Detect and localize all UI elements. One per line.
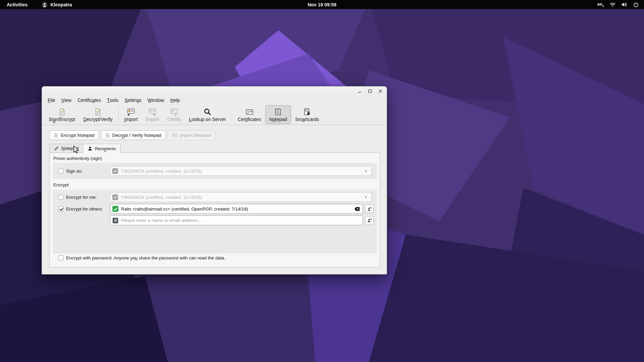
sign-encrypt-icon	[58, 107, 66, 116]
minimize-button[interactable]	[357, 89, 362, 94]
menu-settings[interactable]: S̲ettings	[121, 97, 145, 104]
import-icon	[126, 107, 135, 116]
sign-panel: Sign as: TWOJNICK (certified, created: 1…	[53, 163, 377, 179]
button-label: Encrypt Notepad	[61, 133, 95, 138]
sign-as-value: TWOJNICK (certified, created: 11/19/23)	[121, 169, 362, 174]
clock[interactable]: Nov 19 09:59	[308, 2, 336, 7]
recipient-value: Ralts <ralts@airmail.cc> (certified, Ope…	[121, 206, 352, 212]
menu-help[interactable]: H̲elp	[167, 97, 183, 104]
toolbar-label: I̲mport	[124, 117, 138, 122]
encrypt-for-me-label: Encrypt for me:	[66, 195, 97, 200]
toolbar-label: Certify	[167, 117, 181, 122]
toolbar-decrypt-verify[interactable]: D̲ecrypt/Verify	[79, 105, 116, 124]
decrypt-verify-notepad-button[interactable]: Decry̲pt / Verify Notepad	[101, 130, 166, 140]
certificate-check-icon-disabled	[112, 194, 118, 200]
menu-file[interactable]: F̲ile	[45, 97, 58, 104]
recipient-valid-icon	[112, 206, 118, 212]
volume-icon	[621, 2, 628, 7]
maximize-button[interactable]	[368, 89, 372, 94]
toolbar-label: No̲tepad	[269, 117, 287, 122]
notepad-tabs: N̲otepad Recip̲ients	[49, 144, 121, 153]
app-menu-label: Kleopatra	[50, 2, 72, 7]
chevron-down-icon: ▼	[364, 169, 368, 173]
notepad-actions: Encrypt Notepad Decry̲pt / Verify Notepa…	[49, 130, 215, 140]
encrypt-for-me-row: Encrypt for me: TWOJNICK (certified, cre…	[53, 190, 377, 204]
toolbar-label: L̲ookup on Server	[189, 117, 226, 122]
activities-button[interactable]: Activities	[5, 2, 30, 7]
menu-certificates[interactable]: Certifica̲tes	[74, 97, 104, 104]
encrypt-section-title: Encrypt	[53, 182, 69, 187]
certify-icon	[170, 107, 178, 116]
encrypt-with-password-label: Encrypt with password. Anyone you̲ share…	[66, 255, 225, 260]
wifi-icon	[610, 2, 615, 7]
add-person-icon	[367, 218, 372, 223]
app-menu[interactable]: Kleopatra	[40, 2, 74, 8]
tab-recipients[interactable]: Recip̲ients	[83, 144, 121, 153]
sign-as-combobox: TWOJNICK (certified, created: 11/19/23) …	[110, 166, 371, 176]
toolbar-certify: Certify	[163, 105, 185, 124]
toolbar-notepad[interactable]: No̲tepad	[265, 105, 291, 124]
system-status-area[interactable]: en1	[597, 0, 644, 9]
sign-as-checkbox[interactable]	[58, 169, 63, 174]
toolbar-label: Export	[146, 117, 159, 122]
toolbar-separator	[118, 107, 119, 122]
button-label: I̲mport Notepad	[180, 133, 211, 138]
encrypt-for-others-checkbox[interactable]	[58, 206, 63, 212]
sign-section-title: Prove authenticity (sign)	[53, 156, 102, 161]
tab-label: Recip̲ients	[95, 146, 116, 151]
encrypt-with-password-checkbox[interactable]	[58, 255, 63, 260]
new-recipient-input[interactable]	[121, 218, 360, 223]
export-icon	[148, 107, 157, 116]
select-certificate-button[interactable]	[365, 204, 374, 213]
clear-text-icon[interactable]	[354, 207, 360, 211]
encrypt-panel: Encrypt for me: TWOJNICK (certified, cre…	[53, 190, 377, 253]
recipient-entry[interactable]: Ralts <ralts@airmail.cc> (certified, Ope…	[110, 204, 363, 214]
main-toolbar: Sig̲n/Encrypt D̲ecrypt/Verify I̲mport Ex…	[42, 105, 387, 125]
document-icon	[105, 133, 110, 138]
close-button[interactable]	[378, 89, 383, 94]
sign-as-label: Sign as:	[66, 169, 83, 174]
smartcards-icon	[303, 107, 311, 116]
select-certificate-button[interactable]	[365, 216, 374, 225]
pencil-icon	[54, 146, 59, 151]
decrypt-verify-icon	[94, 107, 102, 116]
person-icon	[88, 146, 93, 151]
toolbar-label: Sig̲n/Encrypt	[49, 117, 75, 122]
menu-view[interactable]: V̲iew	[58, 97, 74, 104]
recipients-page: Prove authenticity (sign) Sign as: TWOJN…	[49, 153, 380, 267]
top-bar: Activities Kleopatra Nov 19 09:59 en1	[0, 0, 644, 9]
encrypt-for-others-label: Encrypt for others:	[66, 206, 103, 212]
toolbar-label: Cert̲ificates	[238, 117, 261, 122]
encrypt-for-me-combobox: TWOJNICK (certified, created: 11/19/23) …	[110, 192, 371, 202]
toolbar-lookup-on-server[interactable]: L̲ookup on Server	[185, 105, 230, 124]
certificate-check-icon-disabled	[112, 168, 118, 174]
encrypt-notepad-button[interactable]: Encrypt Notepad	[49, 130, 99, 140]
toolbar-certificates[interactable]: Cert̲ificates	[234, 105, 265, 124]
menu-tools[interactable]: T̲ools	[104, 97, 121, 104]
toolbar-smartcards[interactable]: Sma̲rtcards	[291, 105, 323, 124]
toolbar-label: D̲ecrypt/Verify	[83, 117, 112, 122]
menu-window[interactable]: W̲indow	[145, 97, 167, 104]
keyboard-layout-indicator: en1	[597, 2, 604, 8]
new-recipient-row	[53, 216, 377, 225]
kleopatra-window: F̲ile V̲iew Certifica̲tes T̲ools S̲ettin…	[42, 86, 387, 275]
button-label: Decry̲pt / Verify Notepad	[112, 133, 161, 138]
toolbar-export: Export	[142, 105, 163, 124]
document-icon	[54, 133, 58, 138]
toolbar-sign-encrypt[interactable]: Sig̲n/Encrypt	[45, 105, 79, 124]
toolbar-label: Sma̲rtcards	[295, 117, 319, 122]
encrypt-for-me-value: TWOJNICK (certified, created: 11/19/23)	[121, 195, 362, 200]
encrypt-for-me-checkbox[interactable]	[58, 195, 63, 200]
menu-bar: F̲ile V̲iew Certifica̲tes T̲ools S̲ettin…	[42, 96, 387, 105]
new-recipient-entry[interactable]	[110, 216, 363, 225]
chevron-down-icon: ▼	[364, 195, 368, 199]
encrypt-for-others-row: Encrypt for others: Ralts <ralts@airmail…	[53, 204, 377, 214]
search-icon	[203, 107, 211, 116]
window-titlebar[interactable]	[42, 86, 387, 96]
recipient-unknown-icon	[112, 218, 118, 224]
certificates-icon	[245, 107, 254, 116]
toolbar-import[interactable]: I̲mport	[120, 105, 142, 124]
mouse-cursor	[72, 145, 80, 154]
add-person-icon	[367, 206, 372, 212]
import-notepad-button: I̲mport Notepad	[168, 130, 215, 140]
